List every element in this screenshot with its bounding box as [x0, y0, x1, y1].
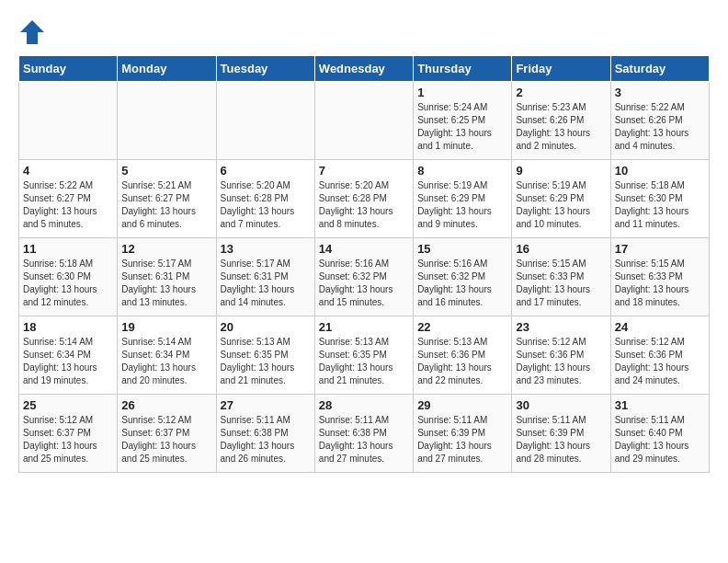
calendar-week-3: 11Sunrise: 5:18 AM Sunset: 6:30 PM Dayli… — [19, 238, 710, 316]
weekday-row: SundayMondayTuesdayWednesdayThursdayFrid… — [19, 56, 710, 82]
day-info: Sunrise: 5:11 AM Sunset: 6:40 PM Dayligh… — [615, 414, 705, 465]
day-number: 1 — [417, 86, 507, 99]
calendar-header: SundayMondayTuesdayWednesdayThursdayFrid… — [19, 56, 710, 82]
day-number: 27 — [221, 398, 311, 412]
calendar-cell: 6Sunrise: 5:20 AM Sunset: 6:28 PM Daylig… — [216, 160, 314, 238]
calendar-cell — [314, 82, 413, 160]
day-number: 21 — [319, 320, 409, 334]
calendar-cell: 30Sunrise: 5:11 AM Sunset: 6:39 PM Dayli… — [512, 395, 610, 473]
day-number: 19 — [121, 320, 211, 334]
day-number: 2 — [516, 86, 606, 99]
svg-marker-0 — [20, 20, 44, 44]
day-info: Sunrise: 5:24 AM Sunset: 6:25 PM Dayligh… — [417, 101, 507, 153]
day-number: 7 — [319, 164, 409, 178]
weekday-header-sunday: Sunday — [19, 56, 118, 82]
day-info: Sunrise: 5:14 AM Sunset: 6:34 PM Dayligh… — [121, 336, 211, 387]
day-number: 4 — [23, 164, 113, 178]
calendar-cell: 10Sunrise: 5:18 AM Sunset: 6:30 PM Dayli… — [610, 160, 709, 238]
calendar-cell: 25Sunrise: 5:12 AM Sunset: 6:37 PM Dayli… — [19, 395, 118, 473]
calendar-cell: 27Sunrise: 5:11 AM Sunset: 6:38 PM Dayli… — [216, 395, 314, 473]
calendar-cell: 15Sunrise: 5:16 AM Sunset: 6:32 PM Dayli… — [414, 238, 512, 316]
day-number: 10 — [615, 164, 705, 178]
day-number: 28 — [319, 398, 409, 412]
calendar-cell: 20Sunrise: 5:13 AM Sunset: 6:35 PM Dayli… — [216, 316, 314, 395]
calendar: SundayMondayTuesdayWednesdayThursdayFrid… — [18, 55, 710, 473]
calendar-cell: 14Sunrise: 5:16 AM Sunset: 6:32 PM Dayli… — [314, 238, 413, 316]
weekday-header-friday: Friday — [512, 56, 610, 82]
calendar-cell — [19, 82, 118, 160]
calendar-cell: 24Sunrise: 5:12 AM Sunset: 6:36 PM Dayli… — [610, 316, 709, 395]
day-info: Sunrise: 5:11 AM Sunset: 6:38 PM Dayligh… — [319, 414, 409, 465]
header — [18, 18, 710, 46]
day-info: Sunrise: 5:13 AM Sunset: 6:35 PM Dayligh… — [319, 336, 409, 387]
day-info: Sunrise: 5:21 AM Sunset: 6:27 PM Dayligh… — [121, 179, 211, 231]
day-number: 3 — [615, 86, 705, 99]
day-info: Sunrise: 5:13 AM Sunset: 6:35 PM Dayligh… — [221, 336, 311, 387]
weekday-header-saturday: Saturday — [610, 56, 709, 82]
day-number: 15 — [417, 242, 507, 256]
day-info: Sunrise: 5:12 AM Sunset: 6:37 PM Dayligh… — [23, 414, 113, 465]
calendar-cell: 9Sunrise: 5:19 AM Sunset: 6:29 PM Daylig… — [512, 160, 610, 238]
weekday-header-thursday: Thursday — [414, 56, 512, 82]
day-info: Sunrise: 5:11 AM Sunset: 6:39 PM Dayligh… — [516, 414, 606, 465]
day-info: Sunrise: 5:13 AM Sunset: 6:36 PM Dayligh… — [417, 336, 507, 387]
calendar-cell: 26Sunrise: 5:12 AM Sunset: 6:37 PM Dayli… — [118, 395, 216, 473]
calendar-cell: 31Sunrise: 5:11 AM Sunset: 6:40 PM Dayli… — [610, 395, 709, 473]
calendar-cell: 2Sunrise: 5:23 AM Sunset: 6:26 PM Daylig… — [512, 82, 610, 160]
day-number: 8 — [417, 164, 507, 178]
day-number: 20 — [221, 320, 311, 334]
day-info: Sunrise: 5:12 AM Sunset: 6:37 PM Dayligh… — [121, 414, 211, 465]
calendar-cell: 1Sunrise: 5:24 AM Sunset: 6:25 PM Daylig… — [414, 82, 512, 160]
day-info: Sunrise: 5:11 AM Sunset: 6:39 PM Dayligh… — [417, 414, 507, 465]
calendar-cell: 29Sunrise: 5:11 AM Sunset: 6:39 PM Dayli… — [414, 395, 512, 473]
day-info: Sunrise: 5:17 AM Sunset: 6:31 PM Dayligh… — [221, 258, 311, 309]
day-number: 26 — [121, 398, 211, 412]
day-number: 29 — [417, 398, 507, 412]
day-info: Sunrise: 5:19 AM Sunset: 6:29 PM Dayligh… — [516, 179, 606, 231]
calendar-cell: 23Sunrise: 5:12 AM Sunset: 6:36 PM Dayli… — [512, 316, 610, 395]
day-number: 14 — [319, 242, 409, 256]
day-number: 24 — [615, 320, 705, 334]
day-number: 5 — [121, 164, 211, 178]
day-info: Sunrise: 5:15 AM Sunset: 6:33 PM Dayligh… — [516, 258, 606, 309]
day-number: 17 — [615, 242, 705, 256]
calendar-week-5: 25Sunrise: 5:12 AM Sunset: 6:37 PM Dayli… — [19, 395, 710, 473]
day-number: 23 — [516, 320, 606, 334]
day-info: Sunrise: 5:14 AM Sunset: 6:34 PM Dayligh… — [23, 336, 113, 387]
calendar-cell: 4Sunrise: 5:22 AM Sunset: 6:27 PM Daylig… — [19, 160, 118, 238]
weekday-header-monday: Monday — [118, 56, 216, 82]
calendar-cell: 16Sunrise: 5:15 AM Sunset: 6:33 PM Dayli… — [512, 238, 610, 316]
calendar-cell: 21Sunrise: 5:13 AM Sunset: 6:35 PM Dayli… — [314, 316, 413, 395]
day-number: 9 — [516, 164, 606, 178]
day-info: Sunrise: 5:18 AM Sunset: 6:30 PM Dayligh… — [615, 179, 705, 231]
logo — [18, 18, 50, 46]
calendar-week-4: 18Sunrise: 5:14 AM Sunset: 6:34 PM Dayli… — [19, 316, 710, 395]
calendar-week-2: 4Sunrise: 5:22 AM Sunset: 6:27 PM Daylig… — [19, 160, 710, 238]
calendar-cell — [118, 82, 216, 160]
calendar-cell — [216, 82, 314, 160]
logo-icon — [18, 18, 46, 46]
day-number: 25 — [23, 398, 113, 412]
weekday-header-tuesday: Tuesday — [216, 56, 314, 82]
calendar-cell: 13Sunrise: 5:17 AM Sunset: 6:31 PM Dayli… — [216, 238, 314, 316]
day-info: Sunrise: 5:16 AM Sunset: 6:32 PM Dayligh… — [319, 258, 409, 309]
calendar-cell: 22Sunrise: 5:13 AM Sunset: 6:36 PM Dayli… — [414, 316, 512, 395]
day-info: Sunrise: 5:19 AM Sunset: 6:29 PM Dayligh… — [417, 179, 507, 231]
calendar-cell: 5Sunrise: 5:21 AM Sunset: 6:27 PM Daylig… — [118, 160, 216, 238]
day-info: Sunrise: 5:12 AM Sunset: 6:36 PM Dayligh… — [615, 336, 705, 387]
calendar-cell: 28Sunrise: 5:11 AM Sunset: 6:38 PM Dayli… — [314, 395, 413, 473]
day-info: Sunrise: 5:22 AM Sunset: 6:26 PM Dayligh… — [615, 101, 705, 153]
day-info: Sunrise: 5:16 AM Sunset: 6:32 PM Dayligh… — [417, 258, 507, 309]
weekday-header-wednesday: Wednesday — [314, 56, 413, 82]
calendar-cell: 8Sunrise: 5:19 AM Sunset: 6:29 PM Daylig… — [414, 160, 512, 238]
calendar-cell: 7Sunrise: 5:20 AM Sunset: 6:28 PM Daylig… — [314, 160, 413, 238]
day-number: 31 — [615, 398, 705, 412]
day-number: 22 — [417, 320, 507, 334]
calendar-body: 1Sunrise: 5:24 AM Sunset: 6:25 PM Daylig… — [19, 82, 710, 473]
calendar-cell: 12Sunrise: 5:17 AM Sunset: 6:31 PM Dayli… — [118, 238, 216, 316]
day-info: Sunrise: 5:20 AM Sunset: 6:28 PM Dayligh… — [221, 179, 311, 231]
day-number: 13 — [221, 242, 311, 256]
day-number: 16 — [516, 242, 606, 256]
day-info: Sunrise: 5:17 AM Sunset: 6:31 PM Dayligh… — [121, 258, 211, 309]
day-info: Sunrise: 5:11 AM Sunset: 6:38 PM Dayligh… — [221, 414, 311, 465]
